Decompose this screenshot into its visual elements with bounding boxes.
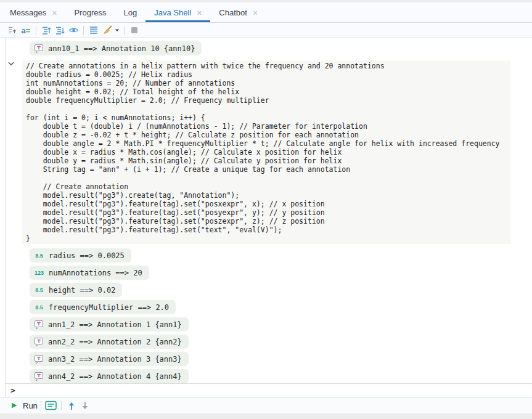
- result-chip: 8.5 radius ==> 0.0025: [30, 248, 131, 262]
- result-text: ann4_2 ==> Annotation 4 {ann4}: [48, 372, 182, 381]
- runbar-separator: [41, 401, 41, 410]
- annotation-icon: [34, 354, 44, 364]
- history-next-icon[interactable]: [78, 399, 92, 412]
- int-type-icon: 123: [34, 270, 44, 276]
- run-bar: Run: [0, 397, 532, 413]
- play-icon: [10, 402, 18, 409]
- tab-bar: Messages × Progress Log Java Shell × Cha…: [0, 2, 532, 23]
- window-bottom-strip: [0, 413, 532, 419]
- annotation-icon: [34, 44, 44, 54]
- code-block-wrap: // Create annotations in a helix pattern…: [0, 60, 532, 244]
- result-chip: ann3_2 ==> Annotation 3 {ann3}: [30, 352, 189, 366]
- list-scroll-down-icon[interactable]: [53, 24, 67, 37]
- result-row: 123 numAnnotations ==> 20: [30, 266, 532, 280]
- result-text: radius ==> 0.0025: [49, 251, 125, 260]
- annotation-icon: [34, 320, 44, 330]
- result-text: frequencyMultiplier ==> 2.0: [49, 303, 169, 312]
- result-row: 8.5 radius ==> 0.0025: [30, 248, 532, 262]
- toolbar-separator: [124, 26, 125, 35]
- tab-label: Chatbot: [219, 8, 247, 17]
- result-chip: 123 numAnnotations ==> 20: [30, 266, 149, 280]
- dropdown-caret-icon: [115, 28, 120, 33]
- java-shell-console[interactable]: ann10_1 ==> Annotation 10 {ann10} // Cre…: [0, 38, 532, 397]
- results-list: 8.5 radius ==> 0.0025 123 numAnnotations…: [0, 248, 532, 383]
- run-button-label: Run: [23, 401, 38, 410]
- result-text: ann3_2 ==> Annotation 3 {ann3}: [48, 355, 182, 364]
- result-chip: ann10_1 ==> Annotation 10 {ann10}: [30, 41, 202, 55]
- result-row: 8.5 height ==> 0.02: [30, 283, 532, 297]
- shell-prompt: >: [10, 386, 15, 395]
- annotation-icon: [34, 372, 44, 381]
- code-block[interactable]: // Create annotations in a helix pattern…: [22, 60, 510, 244]
- result-text: numAnnotations ==> 20: [49, 269, 142, 277]
- tab-messages[interactable]: Messages ×: [1, 2, 65, 22]
- console-output-icon[interactable]: [44, 399, 58, 412]
- result-row: 8.5 frequencyMultiplier ==> 2.0: [30, 300, 532, 314]
- result-chip: 8.5 height ==> 0.02: [30, 283, 122, 297]
- close-icon[interactable]: ×: [52, 9, 57, 17]
- show-values-icon[interactable]: a=: [19, 24, 33, 37]
- annotation-icon: [34, 337, 44, 347]
- result-row: ann3_2 ==> Annotation 3 {ann3}: [30, 352, 532, 366]
- fold-chevron-icon[interactable]: [8, 62, 14, 66]
- result-chip: ann2_2 ==> Annotation 2 {ann2}: [30, 335, 189, 349]
- tab-log[interactable]: Log: [115, 2, 145, 22]
- result-text: ann10_1 ==> Annotation 10 {ann10}: [48, 44, 195, 53]
- result-row: ann2_2 ==> Annotation 2 {ann2}: [30, 335, 532, 349]
- double-type-icon: 8.5: [34, 287, 44, 293]
- result-chip: ann4_2 ==> Annotation 4 {ann4}: [30, 369, 189, 383]
- tab-label: Messages: [10, 8, 46, 17]
- double-type-icon: 8.5: [34, 304, 44, 311]
- sort-lines-icon[interactable]: [6, 24, 19, 37]
- stop-icon[interactable]: [128, 24, 141, 37]
- tab-java-shell[interactable]: Java Shell ×: [145, 2, 210, 22]
- result-row: ann1_2 ==> Annotation 1 {ann1}: [30, 317, 532, 332]
- tab-progress[interactable]: Progress: [65, 2, 115, 22]
- tab-chatbot[interactable]: Chatbot ×: [210, 2, 266, 22]
- runbar-separator: [61, 401, 62, 410]
- clear-broom-icon[interactable]: [100, 24, 121, 37]
- close-icon[interactable]: ×: [197, 9, 202, 17]
- result-text: height ==> 0.02: [49, 286, 115, 295]
- result-chip: 8.5 frequencyMultiplier ==> 2.0: [30, 300, 176, 314]
- eye-icon[interactable]: [67, 24, 80, 37]
- result-row: ann4_2 ==> Annotation 4 {ann4}: [30, 369, 532, 383]
- tab-label: Log: [123, 8, 137, 17]
- history-previous-icon[interactable]: [65, 399, 78, 412]
- java-shell-panel: Messages × Progress Log Java Shell × Cha…: [0, 0, 532, 419]
- tab-label: Progress: [74, 8, 106, 17]
- result-chip: ann1_2 ==> Annotation 1 {ann1}: [30, 317, 189, 332]
- toolbar-separator: [83, 26, 84, 35]
- run-button[interactable]: Run: [10, 399, 38, 412]
- console-toolbar: a=: [0, 23, 532, 38]
- history-list-icon[interactable]: [87, 24, 100, 37]
- shell-input-line[interactable]: >: [5, 383, 532, 397]
- result-text: ann1_2 ==> Annotation 1 {ann1}: [48, 320, 182, 329]
- tab-label: Java Shell: [154, 8, 191, 17]
- result-row: ann10_1 ==> Annotation 10 {ann10}: [30, 41, 532, 55]
- toolbar-separator: [36, 26, 36, 35]
- list-scroll-up-icon[interactable]: [39, 24, 53, 37]
- double-type-icon: 8.5: [34, 253, 44, 259]
- close-icon[interactable]: ×: [253, 9, 258, 17]
- result-text: ann2_2 ==> Annotation 2 {ann2}: [48, 338, 182, 346]
